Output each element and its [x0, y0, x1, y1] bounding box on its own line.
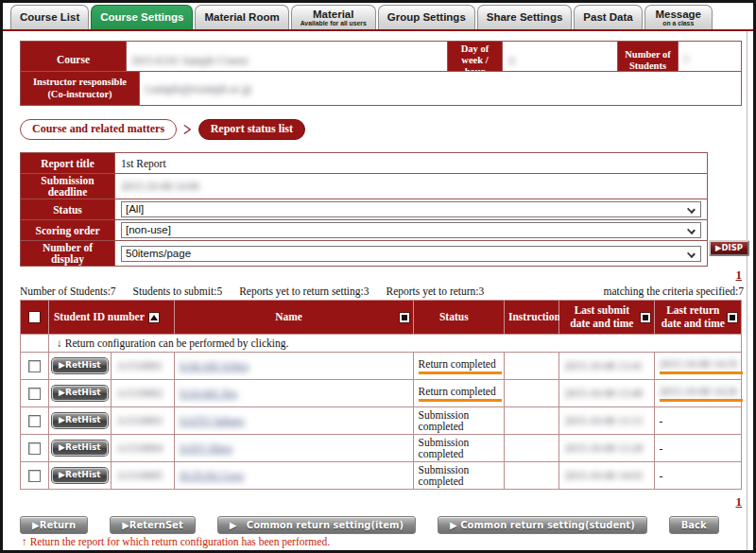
header-instruction: Instruction — [504, 301, 558, 335]
chevron-down-icon — [687, 205, 696, 214]
course-info-row2: Instructor responsible (Co-instructor) t… — [20, 71, 742, 106]
student-name-link[interactable]: SATO Shiro — [180, 442, 232, 454]
number-of-display-select[interactable]: 50items/page — [121, 246, 701, 262]
rethist-button[interactable]: ▶RetHist — [52, 358, 108, 374]
tab-sublabel: Available for all users — [301, 20, 367, 26]
number-of-display-label: Number of display — [21, 241, 115, 267]
chevron-down-icon — [687, 250, 696, 258]
last-submit-value: 2015-10-08 14:03 — [564, 470, 643, 481]
last-return-value: 2015-10-08 14:19 — [660, 358, 743, 374]
summary-stats: Number of Students:7 Students to submit:… — [20, 285, 744, 297]
row-checkbox[interactable] — [28, 442, 41, 455]
stat-yet-to-return: Reports yet to return:3 — [387, 285, 485, 297]
retern-set-button[interactable]: ▶ReternSet — [110, 516, 196, 534]
table-note-row: ↓ Return configuration can be performed … — [21, 335, 742, 353]
back-button[interactable]: Back — [669, 516, 719, 534]
stat-matching-criteria: matching the criteria specified:7 — [604, 285, 744, 297]
page-number-bottom[interactable]: 1 — [736, 494, 743, 510]
status-value[interactable]: Return completed — [419, 386, 502, 402]
header-checkbox-cell — [21, 301, 49, 335]
report-status-page: Course List Course Settings Material Roo… — [0, 0, 756, 553]
status-value[interactable]: Return completed — [419, 358, 502, 374]
status-value[interactable]: Submission completed — [419, 464, 470, 487]
status-selected-value: [All] — [126, 203, 144, 215]
page-number-top[interactable]: 1 — [736, 268, 743, 283]
header-last-submit-label: Last submit date and time — [570, 304, 633, 329]
common-return-setting-item-button[interactable]: ▶ Common return setting(item) — [217, 516, 416, 534]
header-last-submit: Last submit date and time — [559, 301, 654, 335]
tab-material-room[interactable]: Material Room — [195, 5, 288, 29]
header-name: Name — [174, 301, 413, 335]
tab-share-settings[interactable]: Share Settings — [477, 5, 573, 29]
sort-ascending-icon[interactable] — [148, 312, 160, 323]
tab-course-list[interactable]: Course List — [10, 5, 89, 29]
tab-message[interactable]: Messageon a class — [644, 5, 713, 29]
student-name-link[interactable]: SAKAKI Ichiro — [180, 360, 249, 372]
return-button[interactable]: ▶Return — [20, 516, 88, 534]
row-checkbox[interactable] — [28, 415, 41, 427]
student-name-link[interactable]: SUZUKI Goro — [180, 470, 245, 481]
student-name-link[interactable]: SAITO Saburo — [180, 415, 245, 426]
tab-past-data[interactable]: Past Data — [574, 5, 642, 29]
header-status: Status — [413, 301, 504, 335]
rethist-button[interactable]: ▶RetHist — [52, 413, 108, 429]
last-submit-value: 2015-10-08 13:41 — [564, 360, 643, 372]
last-submit-value: 2015-10-08 13:28 — [564, 442, 643, 454]
stat-students-to-submit: Students to submit:5 — [133, 285, 223, 297]
status-value[interactable]: Submission completed — [419, 437, 470, 459]
header-last-return-label: Last return date and time — [662, 304, 725, 329]
tab-label: Material — [313, 9, 353, 20]
row-checkbox[interactable] — [28, 388, 41, 400]
scoring-order-label: Scoring order — [21, 220, 115, 241]
filter-form: Report title 1st Report Submission deadl… — [20, 152, 708, 267]
student-id: A1510001 — [116, 360, 163, 372]
return-config-note: ↓ Return configuration can be performed … — [49, 335, 742, 353]
content-top-divider — [3, 29, 753, 31]
right-frame-rule — [747, 31, 747, 550]
tab-material-all-users[interactable]: MaterialAvailable for all users — [291, 5, 376, 29]
header-name-label: Name — [275, 311, 302, 322]
tab-label: Course List — [20, 11, 79, 23]
stat-number-of-students: Number of Students:7 — [20, 285, 116, 297]
tab-course-settings[interactable]: Course Settings — [91, 5, 193, 29]
breadcrumb-course-matters[interactable]: Course and related matters — [20, 119, 177, 140]
instruction-value — [504, 462, 558, 490]
rethist-button[interactable]: ▶RetHist — [52, 468, 108, 484]
student-name-link[interactable]: SASAKI Jiro — [180, 388, 238, 399]
tab-group-settings[interactable]: Group Settings — [378, 5, 475, 29]
sort-toggle-icon[interactable] — [640, 312, 651, 323]
select-all-checkbox[interactable] — [28, 311, 41, 323]
breadcrumb-report-status-list: Report status list — [198, 119, 305, 140]
table-row: ▶RetHist A1510002 SASAKI Jiro Return com… — [21, 380, 742, 407]
row-checkbox[interactable] — [28, 470, 41, 482]
tab-sublabel: on a class — [662, 20, 694, 26]
scoring-selected-value: [non-use] — [126, 224, 171, 235]
student-id: A1510004 — [116, 442, 163, 454]
student-id: A1510005 — [116, 470, 163, 481]
scoring-order-select[interactable]: [non-use] — [121, 222, 701, 238]
common-return-setting-student-button[interactable]: ▶ Common return setting(student) — [438, 516, 647, 534]
sort-toggle-icon[interactable] — [727, 312, 738, 323]
course-value: 2015-E101 Sample Course — [131, 55, 249, 66]
sort-toggle-icon[interactable] — [399, 312, 410, 323]
status-select[interactable]: [All] — [121, 201, 701, 217]
disp-button[interactable]: ▶DISP — [709, 240, 749, 256]
stat-yet-return-setting: Reports yet to return setting:3 — [239, 285, 369, 297]
instruction-value — [504, 435, 558, 462]
row-checkbox[interactable] — [28, 360, 41, 372]
rethist-button[interactable]: ▶RetHist — [52, 386, 108, 402]
last-return-value: 2015-10-08 14:20 — [660, 386, 743, 402]
table-row: ▶RetHist A1510003 SAITO Saburo Submissio… — [21, 407, 742, 435]
tab-label: Past Data — [583, 11, 632, 23]
submission-deadline-label: Submission deadline — [21, 174, 115, 199]
report-title-value: 1st Report — [115, 153, 708, 174]
tab-bar: Course List Course Settings Material Roo… — [10, 5, 713, 29]
rethist-button[interactable]: ▶RetHist — [52, 441, 108, 457]
note-checkbox-cell — [21, 335, 49, 353]
last-submit-value: 2015-10-08 13:49 — [564, 388, 643, 399]
table-row: ▶RetHist A1510005 SUZUKI Goro Submission… — [21, 462, 742, 490]
instructor-value: t.sample@example.ac.jp — [145, 83, 251, 95]
status-value[interactable]: Submission completed — [419, 409, 470, 432]
tab-label: Share Settings — [487, 11, 563, 23]
instruction-value — [504, 380, 558, 407]
